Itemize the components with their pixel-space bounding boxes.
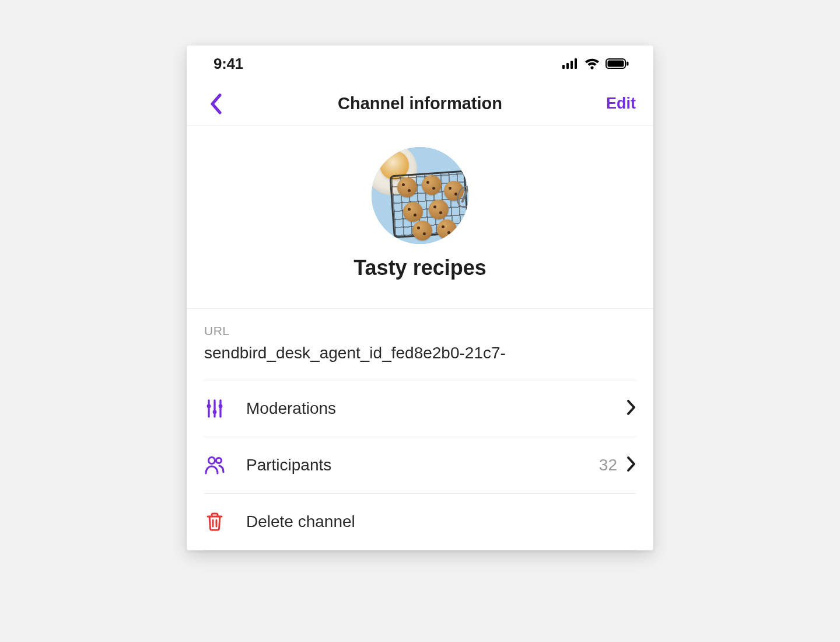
moderations-label: Moderations — [246, 399, 626, 418]
svg-point-17 — [209, 458, 215, 464]
svg-rect-1 — [566, 63, 569, 69]
channel-avatar[interactable] — [372, 147, 468, 244]
svg-rect-7 — [626, 62, 629, 66]
chevron-right-icon — [626, 456, 636, 474]
svg-point-4 — [590, 66, 593, 69]
participants-icon — [204, 455, 225, 476]
svg-point-16 — [219, 404, 223, 409]
moderations-row[interactable]: Moderations — [204, 380, 636, 437]
battery-icon — [606, 58, 629, 69]
nav-title: Channel information — [187, 94, 653, 113]
back-button[interactable] — [204, 92, 228, 116]
chevron-right-icon — [626, 399, 636, 418]
delete-channel-label: Delete channel — [246, 512, 636, 531]
svg-rect-6 — [608, 61, 624, 67]
delete-channel-row[interactable]: Delete channel — [204, 493, 636, 550]
status-icons — [562, 58, 629, 69]
svg-rect-2 — [570, 61, 573, 69]
device-frame: 9:41 — [187, 46, 653, 550]
status-bar: 9:41 — [187, 46, 653, 82]
url-label: URL — [204, 324, 636, 338]
svg-point-14 — [207, 404, 211, 409]
svg-point-15 — [213, 410, 217, 414]
cellular-icon — [562, 58, 579, 69]
nav-bar: Channel information Edit — [187, 82, 653, 126]
sliders-icon — [204, 398, 225, 419]
status-time: 9:41 — [214, 55, 243, 73]
url-section: URL sendbird_desk_agent_id_fed8e2b0-21c7… — [187, 308, 653, 550]
wifi-icon — [584, 58, 600, 69]
trash-icon — [204, 511, 225, 532]
avatar-image — [372, 147, 468, 244]
svg-rect-3 — [575, 58, 577, 69]
svg-rect-0 — [562, 65, 565, 69]
url-value: sendbird_desk_agent_id_fed8e2b0-21c7- — [204, 344, 636, 362]
channel-name: Tasty recipes — [354, 256, 486, 280]
participants-count: 32 — [599, 456, 617, 474]
edit-button[interactable]: Edit — [606, 95, 636, 113]
participants-label: Participants — [246, 456, 599, 474]
chevron-left-icon — [209, 93, 222, 114]
participants-row[interactable]: Participants 32 — [204, 437, 636, 493]
channel-header: Tasty recipes — [187, 126, 653, 308]
svg-point-18 — [216, 458, 222, 463]
